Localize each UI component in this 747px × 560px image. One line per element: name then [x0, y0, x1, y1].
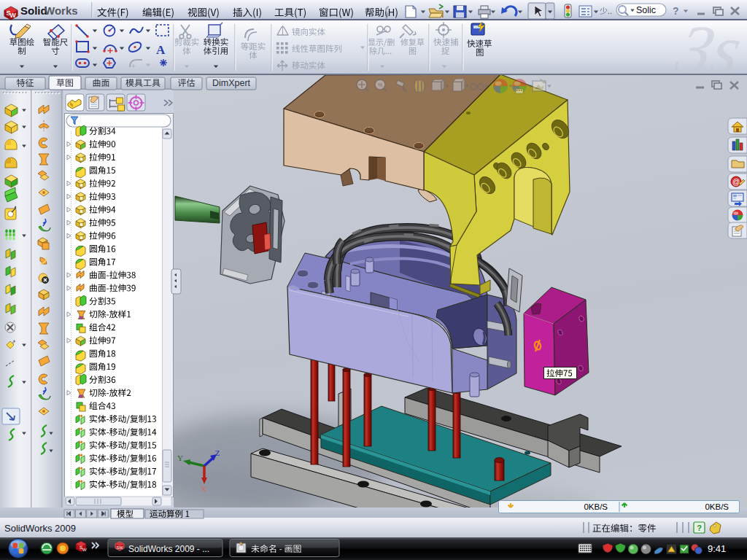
- svg-text:SolidWorks 2009 - ...: SolidWorks 2009 - ...: [128, 544, 209, 554]
- svg-text:9:41: 9:41: [708, 543, 726, 554]
- svg-text:DimXpert: DimXpert: [212, 78, 251, 88]
- svg-text:W: W: [9, 12, 16, 19]
- svg-text:?: ?: [697, 524, 702, 532]
- svg-text:Works: Works: [44, 4, 78, 17]
- svg-text:Solid: Solid: [20, 4, 47, 17]
- svg-text:?: ?: [673, 5, 679, 17]
- svg-text:Y: Y: [177, 454, 183, 462]
- svg-text:SW: SW: [117, 545, 124, 550]
- svg-text:SolidWorks 2009: SolidWorks 2009: [4, 523, 76, 534]
- svg-text:Solic: Solic: [636, 5, 656, 15]
- svg-text:0KB/S: 0KB/S: [705, 502, 729, 511]
- svg-text:Z: Z: [215, 448, 220, 457]
- svg-text:@: @: [732, 178, 740, 186]
- svg-text:0KB/S: 0KB/S: [584, 502, 608, 511]
- svg-text:W: W: [82, 548, 87, 552]
- svg-text:A: A: [156, 43, 166, 57]
- svg-text:X: X: [201, 484, 206, 493]
- svg-text:3s: 3s: [668, 11, 747, 88]
- svg-text:%: %: [378, 82, 382, 88]
